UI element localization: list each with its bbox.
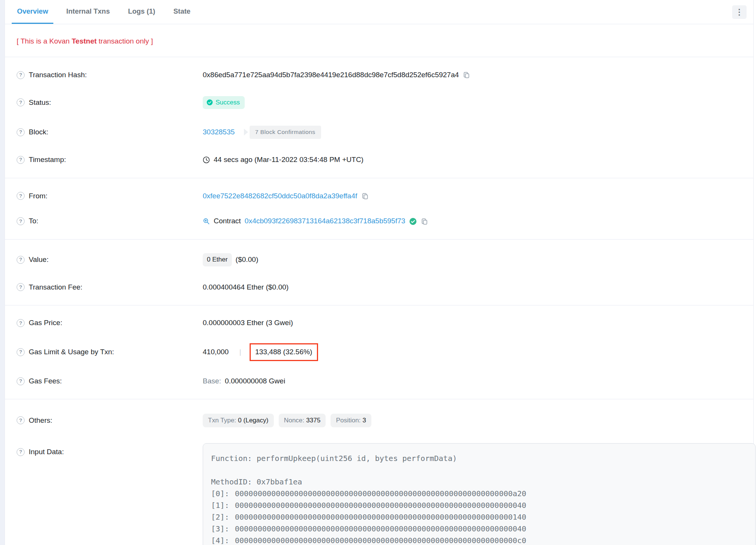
- magnifier-plus-icon[interactable]: [203, 218, 210, 225]
- help-icon[interactable]: ?: [17, 192, 25, 200]
- nonce-pill: Nonce: 3375: [279, 414, 326, 427]
- help-icon[interactable]: ?: [17, 348, 25, 356]
- testnet-notice: [ This is a Kovan Testnet transaction on…: [5, 24, 753, 57]
- gas-usage-value: 133,488 (32.56%): [255, 348, 312, 356]
- copy-icon[interactable]: [463, 71, 470, 79]
- notice-bold: Testnet: [71, 37, 96, 45]
- row-input-data: ? Input Data: Function: performUpkeep(ui…: [5, 436, 753, 545]
- tab-overview[interactable]: Overview: [12, 0, 53, 24]
- transaction-fee-value: 0.000400464 Ether ($0.00): [203, 283, 289, 292]
- help-icon[interactable]: ?: [17, 128, 25, 136]
- others-label: Others:: [29, 416, 52, 425]
- row-to: ? To: Contract 0x4cb093f226983713164a621…: [5, 209, 753, 234]
- group-parties: ? From: 0xfee7522e8482682cf50ddc50a0f8da…: [5, 178, 753, 240]
- transaction-hash-value: 0x86ed5a771e725aa94d5b7fa2398e4419e216d8…: [203, 71, 459, 79]
- gas-fees-base-label: Base:: [203, 377, 221, 386]
- gas-limit-value: 410,000: [203, 348, 229, 357]
- timestamp-label: Timestamp:: [29, 156, 66, 164]
- notice-suffix: transaction only ]: [97, 37, 153, 45]
- help-icon[interactable]: ?: [17, 416, 25, 424]
- input-data-textarea[interactable]: Function: performUpkeep(uint256 id, byte…: [203, 443, 756, 545]
- row-timestamp: ? Timestamp: 44 secs ago (Mar-11-2022 03…: [5, 147, 753, 173]
- row-transaction-hash: ? Transaction Hash: 0x86ed5a771e725aa94d…: [5, 62, 753, 88]
- notice-prefix: [ This is a Kovan: [17, 37, 71, 45]
- input-word-row: [0]:000000000000000000000000000000000000…: [211, 488, 748, 500]
- tab-bar: Overview Internal Txns Logs (1) State ⋮: [5, 0, 753, 24]
- row-gas-price: ? Gas Price: 0.000000003 Ether (3 Gwei): [5, 311, 753, 335]
- block-confirmations-text: 7 Block Confirmations: [250, 126, 321, 139]
- group-summary: ? Transaction Hash: 0x86ed5a771e725aa94d…: [5, 57, 753, 178]
- value-label: Value:: [29, 255, 48, 264]
- row-value: ? Value: 0 Ether ($0.00): [5, 245, 753, 274]
- row-gas-limit-usage: ? Gas Limit & Usage by Txn: 410,000 | 13…: [5, 335, 753, 369]
- status-badge: Success: [203, 96, 245, 109]
- input-word-row: [2]:000000000000000000000000000000000000…: [211, 511, 748, 523]
- caret-right-icon: [244, 129, 248, 135]
- row-gas-fees: ? Gas Fees: Base: 0.000000008 Gwei: [5, 369, 753, 394]
- value-badge: 0 Ether: [203, 253, 232, 266]
- row-others: ? Others: Txn Type: 0 (Legacy) Nonce: 33…: [5, 405, 753, 436]
- gas-separator: |: [239, 348, 241, 357]
- row-status: ? Status: Success: [5, 88, 753, 117]
- input-function-line: Function: performUpkeep(uint256 id, byte…: [211, 453, 748, 464]
- gas-fees-base-value: 0.000000008 Gwei: [225, 377, 286, 386]
- clock-icon: [203, 156, 210, 164]
- tab-state[interactable]: State: [168, 0, 196, 24]
- help-icon[interactable]: ?: [17, 377, 25, 385]
- input-word-row: [4]:000000000000000000000000000000000000…: [211, 535, 748, 545]
- gas-price-label: Gas Price:: [29, 319, 62, 327]
- block-label: Block:: [29, 128, 48, 137]
- help-icon[interactable]: ?: [17, 319, 25, 327]
- help-icon[interactable]: ?: [17, 448, 25, 456]
- from-address-link[interactable]: 0xfee7522e8482682cf50ddc50a0f8da2a39effa…: [203, 192, 357, 201]
- row-transaction-fee: ? Transaction Fee: 0.000400464 Ether ($0…: [5, 275, 753, 300]
- transaction-fee-label: Transaction Fee:: [29, 283, 82, 292]
- help-icon[interactable]: ?: [17, 98, 25, 106]
- gas-limit-label: Gas Limit & Usage by Txn:: [29, 348, 114, 357]
- row-block: ? Block: 30328535 7 Block Confirmations: [5, 117, 753, 147]
- gas-price-value: 0.000000003 Ether (3 Gwei): [203, 319, 293, 327]
- group-value: ? Value: 0 Ether ($0.00) ? Transaction F…: [5, 240, 753, 305]
- kebab-icon: ⋮: [736, 8, 744, 16]
- more-options-button[interactable]: ⋮: [732, 5, 747, 19]
- to-address-link[interactable]: 0x4cb093f226983713164a62138c3f718a5b595f…: [245, 217, 405, 226]
- transaction-card: Overview Internal Txns Logs (1) State ⋮ …: [5, 0, 754, 545]
- verified-check-icon: [409, 218, 417, 225]
- help-icon[interactable]: ?: [17, 71, 25, 79]
- status-label: Status:: [29, 98, 51, 107]
- input-data-label: Input Data:: [29, 448, 64, 456]
- copy-icon[interactable]: [421, 218, 428, 225]
- to-label: To:: [29, 217, 38, 226]
- timestamp-value: 44 secs ago (Mar-11-2022 03:54:48 PM +UT…: [214, 156, 363, 164]
- from-label: From:: [29, 192, 48, 201]
- check-circle-icon: [206, 99, 213, 106]
- copy-icon[interactable]: [361, 192, 369, 200]
- group-gas: ? Gas Price: 0.000000003 Ether (3 Gwei) …: [5, 305, 753, 399]
- input-word-row: [3]:000000000000000000000000000000000000…: [211, 523, 748, 535]
- gas-usage-annotation-box: 133,488 (32.56%): [250, 343, 318, 361]
- gas-fees-label: Gas Fees:: [29, 377, 62, 386]
- help-icon[interactable]: ?: [17, 217, 25, 225]
- status-text: Success: [216, 99, 240, 106]
- tab-logs[interactable]: Logs (1): [123, 0, 160, 24]
- txn-type-pill: Txn Type: 0 (Legacy): [203, 414, 274, 427]
- tab-internal-txns[interactable]: Internal Txns: [61, 0, 115, 24]
- transaction-hash-label: Transaction Hash:: [29, 71, 87, 79]
- help-icon[interactable]: ?: [17, 156, 25, 164]
- block-confirmations-badge: 7 Block Confirmations: [244, 126, 321, 139]
- input-word-row: [1]:000000000000000000000000000000000000…: [211, 500, 748, 511]
- group-others-input: ? Others: Txn Type: 0 (Legacy) Nonce: 33…: [5, 399, 753, 545]
- help-icon[interactable]: ?: [17, 283, 25, 291]
- value-usd: ($0.00): [236, 255, 258, 264]
- page-gutter: [0, 0, 5, 545]
- block-number-link[interactable]: 30328535: [203, 128, 235, 137]
- input-methodid-line: MethodID: 0x7bbaf1ea: [211, 476, 748, 488]
- to-contract-prefix: Contract: [214, 217, 241, 226]
- row-from: ? From: 0xfee7522e8482682cf50ddc50a0f8da…: [5, 184, 753, 209]
- position-pill: Position: 3: [331, 414, 371, 427]
- help-icon[interactable]: ?: [17, 256, 25, 264]
